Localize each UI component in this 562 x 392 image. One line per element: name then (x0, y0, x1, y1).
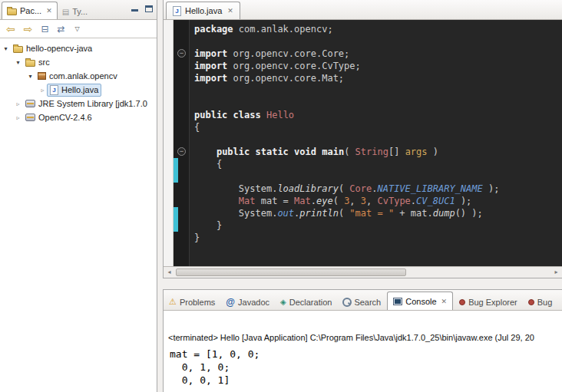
editor-body: − − package com.anlak.opencv; import org… (164, 20, 562, 266)
code-line: import org.opencv.core.CvType; (194, 60, 562, 72)
tab-bug[interactable]: Bug (523, 294, 558, 310)
tab-package-explorer[interactable]: Pac... ✕ (2, 2, 58, 19)
annotation-ruler (164, 20, 174, 266)
collapse-arrow-icon[interactable]: ▹ (14, 100, 22, 107)
tree-item-jre-system-library-jdk1-7-0[interactable]: ▹JRE System Library [jdk1.7.0 (0, 97, 157, 110)
console-line: 0, 0, 1] (170, 374, 562, 387)
tree-item-opencv-2-4-6[interactable]: ▹OpenCV-2.4.6 (0, 110, 157, 124)
expand-arrow-icon[interactable]: ▾ (26, 73, 35, 80)
package-icon (38, 72, 46, 80)
tab-label: Pac... (20, 6, 41, 15)
search-icon (342, 298, 351, 306)
close-icon[interactable]: ✕ (227, 7, 233, 15)
maximize-icon[interactable] (145, 5, 153, 12)
code-line: public static void main( String[] args ) (194, 146, 562, 158)
code-line (194, 133, 562, 146)
tree-item-hello-opencv-java[interactable]: ▾hello-opencv-java (0, 41, 157, 55)
fold-collapse-icon[interactable]: − (177, 49, 186, 58)
tab-label: Bug (537, 298, 553, 307)
tab-label: Javadoc (238, 298, 269, 307)
tab-bug-explorer[interactable]: Bug Explorer (454, 294, 523, 310)
bottom-tabbar: ⚠Problems@Javadoc◈DeclarationSearchConso… (164, 290, 562, 311)
tree-item-body[interactable]: JHello.java (47, 84, 101, 97)
horizontal-scrollbar[interactable]: ◂ ▸ (164, 266, 562, 278)
code-line (194, 170, 562, 183)
collapse-arrow-icon[interactable]: ▹ (38, 87, 47, 94)
editor-and-console-area: J Hello.java ✕ − − package com.anlak.ope… (157, 0, 562, 392)
forward-icon[interactable]: ⇨ (24, 24, 33, 35)
tree-item-body[interactable]: src (22, 56, 53, 68)
tree-item-src[interactable]: ▾src (0, 55, 157, 69)
tab-problems[interactable]: ⚠Problems (164, 294, 220, 310)
code-line: System.out.println( "mat = " + mat.dump(… (194, 207, 562, 219)
occurrence-marker (174, 158, 178, 183)
java-file-icon: J (173, 6, 181, 16)
console-output[interactable]: mat = [1, 0, 0; 0, 1, 0; 0, 0, 1] (170, 348, 562, 387)
tab-javadoc[interactable]: @Javadoc (220, 294, 275, 310)
editor-tabbar: J Hello.java ✕ (164, 0, 562, 20)
tree-item-body[interactable]: hello-opencv-java (10, 42, 95, 54)
close-icon[interactable]: ✕ (46, 7, 52, 15)
left-panel-tabbar: Pac... ✕ ▤ Ty... (0, 0, 157, 20)
tree-item-com-anlak-opencv[interactable]: ▾com.anlak.opencv (0, 69, 157, 83)
tree-item-body[interactable]: JRE System Library [jdk1.7.0 (22, 97, 150, 110)
tree-item-label: src (38, 58, 50, 67)
tree-item-hello-java[interactable]: ▹JHello.java (0, 83, 157, 97)
bug-icon (459, 299, 465, 305)
java-editor: J Hello.java ✕ − − package com.anlak.ope… (163, 0, 562, 278)
declaration-icon: ◈ (280, 298, 286, 306)
expand-arrow-icon[interactable]: ▾ (2, 45, 10, 52)
code-line: public class Hello (194, 109, 562, 121)
library-icon (25, 100, 35, 107)
code-editor-text[interactable]: package com.anlak.opencv; import org.ope… (190, 20, 562, 266)
tree-item-body[interactable]: com.anlak.opencv (35, 70, 121, 82)
editor-tab-label: Hello.java (185, 6, 222, 15)
back-icon[interactable]: ⇦ (6, 24, 15, 35)
tab-declaration[interactable]: ◈Declaration (275, 294, 337, 310)
eclipse-workbench: Pac... ✕ ▤ Ty... ⇦ ⇨ ⊟ ⇄ ▽ ▾hello-opencv… (0, 0, 562, 392)
tab-console[interactable]: Console✕ (387, 292, 453, 310)
collapse-all-icon[interactable]: ⊟ (41, 24, 48, 35)
scrollbar-thumb[interactable] (176, 268, 406, 276)
tree-item-body[interactable]: OpenCV-2.4.6 (22, 111, 95, 124)
link-with-editor-icon[interactable]: ⇄ (58, 24, 65, 35)
console-line: 0, 1, 0; (170, 361, 562, 374)
view-menu-icon[interactable]: ▽ (75, 25, 80, 32)
close-icon[interactable]: ✕ (441, 298, 448, 305)
minimize-icon[interactable] (131, 5, 139, 12)
code-line: } (194, 232, 562, 244)
tab-label: Console (405, 297, 436, 306)
tab-label: Bug Explorer (468, 298, 517, 307)
package-explorer-view: Pac... ✕ ▤ Ty... ⇦ ⇨ ⊟ ⇄ ▽ ▾hello-opencv… (0, 0, 157, 392)
code-line: System.loadLibrary( Core.NATIVE_LIBRARY_… (194, 183, 562, 195)
tree-item-label: hello-opencv-java (26, 44, 92, 53)
package-explorer-icon (7, 8, 17, 15)
code-line: Mat mat = Mat.eye( 3, 3, CvType.CV_8UC1 … (194, 195, 562, 207)
java-file-icon: J (50, 85, 58, 95)
source-folder-icon (25, 60, 35, 67)
console-icon (393, 298, 402, 305)
code-line: { (194, 158, 562, 170)
tab-label: Problems (180, 298, 215, 307)
code-line: package com.anlak.opencv; (194, 23, 562, 35)
package-explorer-toolbar: ⇦ ⇨ ⊟ ⇄ ▽ (0, 20, 157, 38)
scroll-left-icon[interactable]: ◂ (164, 267, 175, 278)
tab-type-hierarchy[interactable]: ▤ Ty... (58, 4, 92, 19)
tab-hello-java[interactable]: J Hello.java ✕ (166, 2, 240, 19)
tree-item-label: Hello.java (61, 85, 98, 94)
folding-ruler[interactable]: − − (174, 20, 190, 266)
console-content: <terminated> Hello [Java Application] C:… (164, 311, 562, 392)
occurrence-marker (174, 207, 178, 232)
javadoc-icon: @ (226, 297, 235, 308)
problems-icon: ⚠ (169, 297, 177, 307)
console-line: mat = [1, 0, 0; (170, 348, 562, 361)
code-line: import org.opencv.core.Mat; (194, 72, 562, 84)
code-line: import org.opencv.core.Core; (194, 48, 562, 60)
tree-item-label: OpenCV-2.4.6 (38, 113, 92, 122)
fold-collapse-icon[interactable]: − (177, 147, 186, 156)
type-hierarchy-icon: ▤ (62, 8, 69, 16)
scroll-right-icon[interactable]: ▸ (550, 267, 562, 278)
tab-search[interactable]: Search (337, 294, 386, 310)
collapse-arrow-icon[interactable]: ▹ (14, 114, 22, 121)
expand-arrow-icon[interactable]: ▾ (14, 59, 22, 66)
